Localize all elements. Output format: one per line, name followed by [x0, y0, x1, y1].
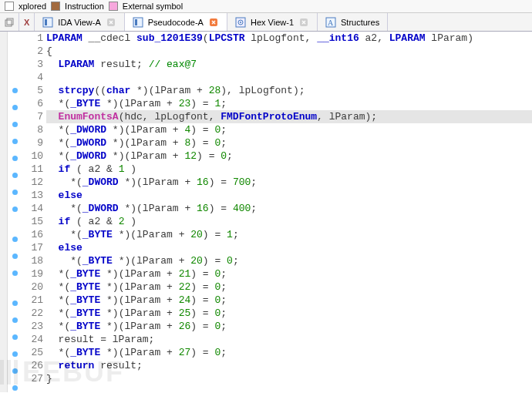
- code-line[interactable]: *(_BYTE *)(lParam + 25) = 0;: [46, 307, 532, 320]
- breakpoint-gutter[interactable]: [8, 32, 22, 392]
- tab-label: Pseudocode-A: [148, 18, 204, 27]
- svg-rect-5: [133, 18, 143, 27]
- line-number: 6: [22, 97, 43, 110]
- svg-point-10: [240, 22, 241, 23]
- line-number: 20: [22, 280, 43, 294]
- code-line[interactable]: *(_DWORD *)(lParam + 16) = 400;: [46, 202, 532, 215]
- close-icon: X: [24, 18, 29, 27]
- blue-icon: [133, 17, 143, 28]
- line-number: 19: [22, 267, 43, 280]
- code-line[interactable]: LPARAM result; // eax@7: [46, 58, 532, 71]
- svg-rect-1: [7, 18, 13, 25]
- tab-label: Structures: [341, 18, 379, 27]
- line-number: 4: [22, 71, 43, 84]
- blue-icon: [42, 17, 53, 28]
- line-number: 14: [22, 202, 43, 215]
- line-number: 10: [22, 149, 43, 163]
- line-number: 17: [22, 241, 43, 254]
- tab-pseudocode[interactable]: Pseudocode-A: [125, 13, 227, 31]
- breakpoint-dot[interactable]: [12, 317, 18, 323]
- code-line[interactable]: result = lParam;: [46, 333, 532, 346]
- line-number: 5: [22, 84, 43, 97]
- breakpoint-dot[interactable]: [12, 190, 18, 195]
- line-number-gutter: 1234567891011121314151617181920212223242…: [22, 32, 46, 392]
- restore-pane-button[interactable]: [0, 13, 19, 31]
- code-line[interactable]: *(_BYTE *)(lParam + 26) = 0;: [46, 320, 532, 333]
- code-line[interactable]: else: [46, 189, 532, 202]
- line-number: 2: [22, 45, 43, 58]
- folding-gutter: [0, 32, 8, 392]
- code-line[interactable]: *(_BYTE *)(lParam + 20) = 1;: [46, 228, 532, 241]
- breakpoint-dot[interactable]: [12, 173, 18, 178]
- legend-bar: xploredInstructionExternal symbol: [0, 0, 532, 13]
- line-number: 7: [22, 110, 43, 123]
- breakpoint-dot[interactable]: [12, 122, 18, 127]
- breakpoint-dot[interactable]: [12, 237, 18, 242]
- line-number: 11: [22, 163, 43, 176]
- code-view[interactable]: LPARAM __cdecl sub_1201E39(LPCSTR lpLogf…: [46, 32, 532, 392]
- close-pane-button[interactable]: X: [19, 13, 35, 31]
- struct-icon: A: [325, 17, 336, 28]
- legend-swatch: [5, 2, 14, 11]
- legend-swatch: [109, 2, 118, 11]
- code-line[interactable]: *(_BYTE *)(lParam + 22) = 0;: [46, 280, 532, 294]
- breakpoint-dot[interactable]: [12, 207, 18, 212]
- target-icon: [235, 17, 246, 28]
- breakpoint-dot[interactable]: [12, 105, 18, 110]
- svg-rect-3: [45, 19, 47, 25]
- code-line[interactable]: *(_BYTE *)(lParam + 21) = 0;: [46, 267, 532, 280]
- code-line[interactable]: *(_BYTE *)(lParam + 24) = 0;: [46, 294, 532, 307]
- tab-ida-view[interactable]: IDA View-A: [35, 13, 124, 31]
- code-line[interactable]: LPARAM __cdecl sub_1201E39(LPCSTR lpLogf…: [46, 32, 532, 45]
- line-number: 12: [22, 176, 43, 189]
- breakpoint-dot[interactable]: [12, 88, 18, 93]
- line-number: 23: [22, 320, 43, 333]
- breakpoint-dot[interactable]: [12, 156, 18, 161]
- line-number: 8: [22, 123, 43, 136]
- line-number: 13: [22, 189, 43, 202]
- tab-hex-view[interactable]: Hex View-1: [227, 13, 318, 31]
- legend-label: xplored: [19, 2, 46, 11]
- svg-rect-0: [5, 20, 12, 26]
- code-line[interactable]: *(_DWORD *)(lParam + 12) = 0;: [46, 149, 532, 163]
- breakpoint-dot[interactable]: [12, 139, 18, 144]
- tab-label: Hex View-1: [251, 18, 294, 27]
- legend-label: Instruction: [65, 2, 104, 11]
- tab-close-button[interactable]: [106, 17, 116, 28]
- tab-row: X IDA View-APseudocode-AHex View-1AStruc…: [0, 13, 532, 32]
- code-line[interactable]: *(_DWORD *)(lParam + 8) = 0;: [46, 136, 532, 149]
- line-number: 1: [22, 32, 43, 45]
- watermark: EEBUF: [0, 356, 124, 388]
- code-line[interactable]: *(_DWORD *)(lParam + 4) = 0;: [46, 123, 532, 136]
- code-line[interactable]: if ( a2 & 2 ): [46, 215, 532, 228]
- breakpoint-dot[interactable]: [12, 270, 18, 276]
- code-line[interactable]: if ( a2 & 1 ): [46, 163, 532, 176]
- line-number: 22: [22, 307, 43, 320]
- code-line[interactable]: [46, 71, 532, 84]
- breakpoint-dot[interactable]: [12, 334, 18, 340]
- code-area: 1234567891011121314151617181920212223242…: [0, 32, 532, 392]
- tab-close-button[interactable]: [208, 17, 219, 28]
- line-number: 21: [22, 294, 43, 307]
- code-line[interactable]: {: [46, 45, 532, 58]
- svg-rect-2: [43, 18, 52, 27]
- legend-swatch: [51, 2, 60, 11]
- tab-structures[interactable]: AStructures: [318, 13, 388, 31]
- svg-rect-6: [135, 19, 137, 25]
- restore-icon: [5, 18, 14, 27]
- code-line[interactable]: EnumFontsA(hdc, lpLogfont, FMDFontProtoE…: [46, 110, 532, 123]
- tab-close-button[interactable]: [298, 17, 309, 28]
- code-line[interactable]: *(_BYTE *)(lParam + 23) = 1;: [46, 97, 532, 110]
- line-number: 18: [22, 254, 43, 267]
- tab-label: IDA View-A: [58, 18, 100, 27]
- code-line[interactable]: *(_BYTE *)(lParam + 20) = 0;: [46, 254, 532, 267]
- line-number: 24: [22, 333, 43, 346]
- code-line[interactable]: else: [46, 241, 532, 254]
- code-line[interactable]: *(_DWORD *)(lParam + 16) = 700;: [46, 176, 532, 189]
- breakpoint-dot[interactable]: [12, 301, 18, 306]
- svg-text:A: A: [328, 18, 334, 27]
- line-number: 15: [22, 215, 43, 228]
- legend-label: External symbol: [123, 2, 183, 11]
- breakpoint-dot[interactable]: [12, 254, 18, 259]
- code-line[interactable]: strcpy((char *)(lParam + 28), lpLogfont)…: [46, 84, 532, 97]
